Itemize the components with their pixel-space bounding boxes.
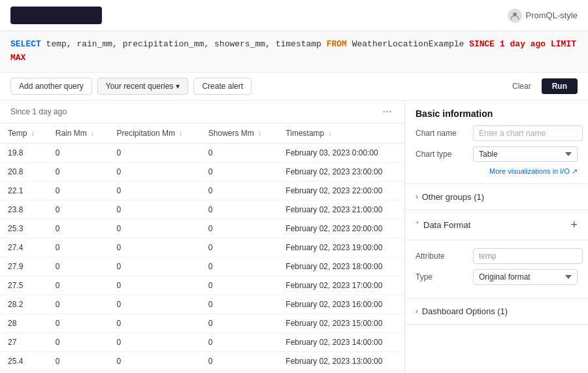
col-timestamp[interactable]: Timestamp ↕	[278, 123, 404, 144]
cell-timestamp: February 02, 2023 21:00:00	[278, 200, 404, 219]
type-select[interactable]: Original format	[473, 269, 578, 285]
cell-precip: 0	[109, 200, 201, 219]
cell-timestamp: February 02, 2023 20:00:00	[278, 219, 404, 238]
user-avatar-icon	[508, 8, 522, 23]
cell-rain: 0	[48, 370, 109, 373]
cell-temp: 27.4	[0, 238, 48, 257]
table-row: 23.8 0 0 0 February 02, 2023 21:00:00	[0, 200, 404, 219]
cell-showers: 0	[201, 370, 278, 373]
cell-temp: 25.3	[0, 219, 48, 238]
col-precip[interactable]: Precipitation Mm ↕	[109, 123, 201, 144]
cell-temp: 28.2	[0, 295, 48, 314]
toolbar-left: Add another query Your recent queries ▾ …	[10, 78, 252, 95]
ago-keyword: ago	[525, 39, 551, 49]
cell-temp: 20.8	[0, 162, 48, 181]
time-range-label: Since 1 day ago	[10, 107, 67, 116]
data-format-label: Data Format	[423, 220, 470, 230]
cell-precip: 0	[109, 351, 201, 370]
col-showers[interactable]: Showers Mm ↕	[201, 123, 278, 144]
cell-rain: 0	[48, 143, 109, 162]
cell-rain: 0	[48, 332, 109, 351]
cell-rain: 0	[48, 257, 109, 276]
cell-timestamp: February 02, 2023 19:00:00	[278, 238, 404, 257]
table-head: Temp ↕ Rain Mm ↓ Precipitation Mm ↕ Show…	[0, 123, 404, 144]
cell-timestamp: February 02, 2023 15:00:00	[278, 314, 404, 332]
dashboard-options-title: › Dashboard Options (1)	[416, 306, 508, 316]
app-container: PromQL-style SELECT temp, rain_mm, preci…	[0, 0, 588, 373]
cell-showers: 0	[201, 257, 278, 276]
viz-link-anchor[interactable]: More visualizations in I/O ↗	[489, 167, 578, 175]
viz-link[interactable]: More visualizations in I/O ↗	[416, 167, 578, 176]
chart-type-label: Chart type	[416, 150, 468, 159]
table-row: 23.9 0 0 0 February 02, 2023 12:00:00	[0, 370, 404, 373]
data-format-content: Attribute Type Original format	[405, 240, 588, 299]
attribute-row: Attribute	[416, 248, 578, 264]
add-format-button[interactable]: +	[570, 218, 578, 232]
logo	[10, 7, 102, 24]
user-area: PromQL-style	[508, 8, 578, 23]
basic-info-title: Basic information	[416, 108, 578, 119]
other-groups-section[interactable]: › Other groups (1)	[405, 184, 588, 210]
select-keyword: SELECT	[10, 39, 41, 49]
attribute-input[interactable]	[473, 248, 583, 264]
other-groups-label: Other groups (1)	[422, 192, 484, 202]
toolbar-right: Clear Run	[507, 78, 578, 94]
type-row: Type Original format	[416, 269, 578, 285]
chart-type-select[interactable]: Table	[473, 146, 578, 162]
chart-name-input[interactable]	[473, 125, 583, 141]
table-row: 28 0 0 0 February 02, 2023 15:00:00	[0, 314, 404, 332]
dashboard-options-section[interactable]: › Dashboard Options (1)	[405, 299, 588, 325]
run-button[interactable]: Run	[542, 78, 578, 94]
create-alert-button[interactable]: Create alert	[193, 78, 252, 95]
clear-button[interactable]: Clear	[507, 78, 536, 94]
chevron-right-icon: ›	[416, 193, 418, 201]
query-fields: temp, rain_mm, precipitation_mm, showers…	[41, 39, 327, 49]
add-query-button[interactable]: Add another query	[10, 78, 92, 95]
cell-timestamp: February 02, 2023 12:00:00	[278, 370, 404, 373]
query-bar: SELECT temp, rain_mm, precipitation_mm, …	[0, 31, 588, 73]
chevron-right-icon2: ›	[416, 307, 418, 315]
results-table: Temp ↕ Rain Mm ↓ Precipitation Mm ↕ Show…	[0, 123, 404, 373]
cell-rain: 0	[48, 295, 109, 314]
table-row: 19.8 0 0 0 February 03, 2023 0:00:00	[0, 143, 404, 162]
table-row: 27.4 0 0 0 February 02, 2023 19:00:00	[0, 238, 404, 257]
table-row: 27.5 0 0 0 February 02, 2023 17:00:00	[0, 276, 404, 295]
cell-showers: 0	[201, 314, 278, 332]
more-options-button[interactable]: ···	[380, 106, 394, 118]
table-row: 20.8 0 0 0 February 02, 2023 23:00:00	[0, 162, 404, 181]
cell-timestamp: February 02, 2023 18:00:00	[278, 257, 404, 276]
data-format-header[interactable]: ˅ Data Format +	[405, 210, 588, 240]
chevron-down-icon: ˅	[416, 221, 419, 229]
basic-info-section: Basic information Chart name Chart type …	[405, 101, 588, 184]
cell-timestamp: February 02, 2023 14:00:00	[278, 332, 404, 351]
cell-showers: 0	[201, 332, 278, 351]
cell-showers: 0	[201, 162, 278, 181]
recent-queries-button[interactable]: Your recent queries ▾	[97, 78, 189, 95]
cell-rain: 0	[48, 351, 109, 370]
top-bar: PromQL-style	[0, 0, 588, 31]
cell-rain: 0	[48, 238, 109, 257]
max-keyword: MAX	[10, 53, 25, 63]
cell-timestamp: February 02, 2023 16:00:00	[278, 295, 404, 314]
cell-timestamp: February 02, 2023 13:00:00	[278, 351, 404, 370]
data-table-wrap: Temp ↕ Rain Mm ↓ Precipitation Mm ↕ Show…	[0, 123, 404, 373]
limit-keyword: LIMIT	[551, 39, 576, 49]
cell-precip: 0	[109, 219, 201, 238]
cell-precip: 0	[109, 238, 201, 257]
col-temp[interactable]: Temp ↕	[0, 123, 48, 144]
table-row: 27 0 0 0 February 02, 2023 14:00:00	[0, 332, 404, 351]
from-keyword: FROM	[327, 39, 347, 49]
cell-temp: 22.1	[0, 181, 48, 200]
cell-showers: 0	[201, 143, 278, 162]
cell-temp: 23.8	[0, 200, 48, 219]
cell-precip: 0	[109, 162, 201, 181]
cell-precip: 0	[109, 276, 201, 295]
cell-rain: 0	[48, 200, 109, 219]
cell-precip: 0	[109, 295, 201, 314]
cell-showers: 0	[201, 238, 278, 257]
col-rain[interactable]: Rain Mm ↓	[48, 123, 109, 144]
cell-precip: 0	[109, 143, 201, 162]
cell-precip: 0	[109, 314, 201, 332]
cell-timestamp: February 02, 2023 23:00:00	[278, 162, 404, 181]
main-content: Since 1 day ago ··· Temp ↕ Rain Mm ↓ Pre…	[0, 101, 588, 373]
